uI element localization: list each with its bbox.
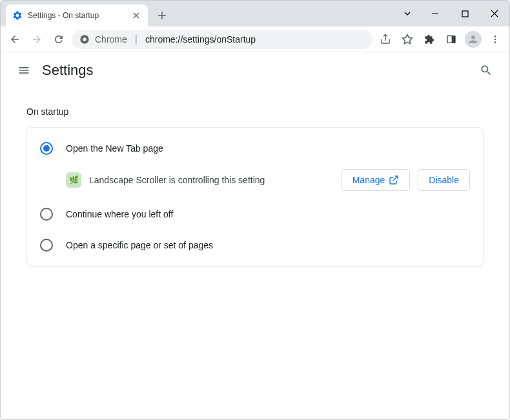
radio-selected-icon xyxy=(40,142,53,155)
address-bar: Chrome | chrome://settings/onStartup xyxy=(1,26,509,52)
url-separator: | xyxy=(135,34,138,45)
startup-options-card: Open the New Tab page 🌿 Landscape Scroll… xyxy=(26,127,484,266)
page-title: Settings xyxy=(42,62,94,79)
url-path: chrome://settings/onStartup xyxy=(145,34,256,45)
close-icon[interactable] xyxy=(131,10,141,21)
settings-header: Settings xyxy=(1,52,509,88)
svg-rect-4 xyxy=(452,35,455,43)
maximize-button[interactable] xyxy=(450,1,480,26)
share-icon[interactable] xyxy=(376,30,394,48)
url-scheme: Chrome xyxy=(95,34,127,45)
section-title: On startup xyxy=(1,88,509,127)
external-link-icon xyxy=(389,175,399,185)
manage-label: Manage xyxy=(352,175,385,185)
manage-button[interactable]: Manage xyxy=(342,169,411,191)
controlled-by-extension-row: 🌿 Landscape Scroller is controlling this… xyxy=(27,164,483,199)
menu-icon[interactable] xyxy=(486,30,504,48)
minimize-button[interactable] xyxy=(420,1,450,26)
option-continue[interactable]: Continue where you left off xyxy=(27,199,483,230)
svg-point-5 xyxy=(495,35,496,37)
sidepanel-icon[interactable] xyxy=(442,30,460,48)
profile-avatar[interactable] xyxy=(464,30,482,48)
forward-button[interactable] xyxy=(28,30,46,48)
option-label: Open the New Tab page xyxy=(66,143,163,154)
option-specific-pages[interactable]: Open a specific page or set of pages xyxy=(27,230,483,261)
new-tab-button[interactable] xyxy=(153,6,171,25)
omnibox[interactable]: Chrome | chrome://settings/onStartup xyxy=(72,30,372,49)
svg-rect-0 xyxy=(462,11,468,17)
star-icon[interactable] xyxy=(398,30,416,48)
close-window-button[interactable] xyxy=(480,1,509,26)
window-titlebar: Settings - On startup xyxy=(1,1,509,26)
hamburger-icon[interactable] xyxy=(11,57,37,83)
window-controls xyxy=(394,1,509,26)
option-new-tab[interactable]: Open the New Tab page xyxy=(27,133,483,164)
tab-title: Settings - On startup xyxy=(28,11,131,20)
radio-icon xyxy=(40,239,53,252)
radio-icon xyxy=(40,208,53,221)
disable-label: Disable xyxy=(429,175,459,185)
disable-button[interactable]: Disable xyxy=(418,169,470,191)
controlled-text: Landscape Scroller is controlling this s… xyxy=(89,175,334,185)
option-label: Open a specific page or set of pages xyxy=(66,240,213,250)
chrome-logo-icon xyxy=(79,34,90,45)
svg-point-7 xyxy=(495,41,496,43)
search-icon[interactable] xyxy=(473,57,499,83)
option-label: Continue where you left off xyxy=(66,209,173,219)
svg-point-2 xyxy=(83,37,86,41)
extension-icon: 🌿 xyxy=(66,172,81,188)
browser-tab[interactable]: Settings - On startup xyxy=(6,5,148,26)
chevron-down-icon[interactable] xyxy=(394,1,420,26)
settings-content: Settings On startup Open the New Tab pag… xyxy=(1,52,509,266)
extensions-icon[interactable] xyxy=(420,30,438,48)
back-button[interactable] xyxy=(6,30,24,48)
gear-icon xyxy=(12,10,23,21)
svg-point-6 xyxy=(495,38,496,40)
reload-button[interactable] xyxy=(50,30,68,48)
